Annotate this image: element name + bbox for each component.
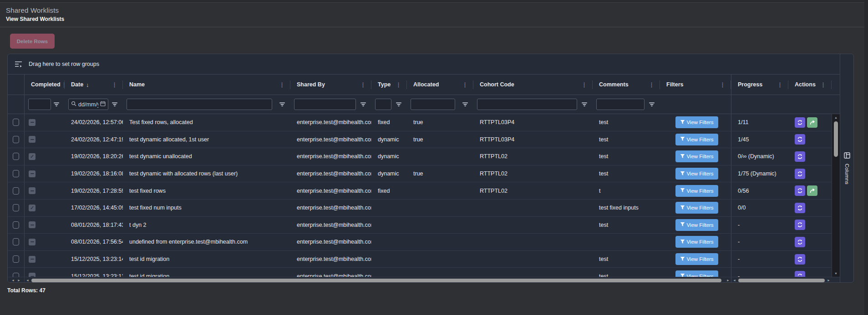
share-action-button[interactable] [807,185,817,196]
refresh-action-button[interactable] [795,203,805,213]
view-filters-button[interactable]: View Filters [675,202,718,214]
row-select-checkbox[interactable] [13,221,19,229]
column-header-cohort_code[interactable]: Cohort Code⋮ [473,75,593,95]
cohort_code-filter-input[interactable] [477,99,577,110]
scroll-down-icon[interactable]: ▼ [832,272,840,275]
view-filters-button[interactable]: View Filters [675,185,718,197]
vertical-scrollbar[interactable]: ▲ ▼ [832,114,840,277]
allocated-filter-button[interactable] [462,102,468,107]
column-menu-icon[interactable]: ⋮ [278,81,286,88]
column-menu-icon[interactable]: ⋮ [776,81,784,88]
column-header-shared_by[interactable]: Shared By⋮ [290,75,371,95]
horizontal-scrollbar[interactable]: ◄ ► ◄ ► ◄ ► [8,277,840,283]
filter-funnel-icon [680,154,685,160]
pinned-right-hscroll[interactable]: ◄ ► [731,277,832,283]
row-group-drop-zone[interactable]: Drag here to set row groups [8,54,840,75]
scroll-left-icon[interactable]: ◄ [25,279,30,282]
calendar-icon[interactable] [100,101,106,108]
refresh-action-button[interactable] [795,134,805,145]
column-header-name[interactable]: Name⋮ [123,75,290,95]
cohort_code-filter-button[interactable] [581,102,588,107]
column-menu-icon[interactable]: ⋮ [395,81,402,88]
scroll-right-icon[interactable]: ► [16,279,22,282]
row-select-checkbox[interactable] [13,153,19,160]
center-hscroll[interactable]: ◄ ► [25,277,731,283]
row-select-checkbox[interactable] [13,204,19,211]
refresh-action-button[interactable] [795,151,805,162]
cell-comments [593,234,660,250]
scroll-up-icon[interactable]: ▲ [832,116,840,119]
type-filter-input[interactable] [375,99,391,110]
column-header-progress[interactable]: Progress⋮ [731,75,788,95]
comments-filter-input[interactable] [596,99,645,110]
completed-filter-button[interactable] [53,102,60,107]
view-filters-button[interactable]: View Filters [675,236,718,248]
column-header-allocated[interactable]: Allocated⋮ [407,75,473,95]
page-scrollbar[interactable] [864,0,868,315]
row-select-checkbox[interactable] [13,136,19,143]
completed-filter-input[interactable] [28,99,51,110]
hscroll-track[interactable] [30,277,725,283]
share-action-button[interactable] [807,117,817,128]
view-filters-button[interactable]: View Filters [675,168,718,180]
row-select-checkbox[interactable] [13,187,19,195]
column-header-type[interactable]: Type⋮ [371,75,407,95]
allocated-filter-input[interactable] [411,99,455,110]
pinned-left-hscroll[interactable]: ◄ ► [8,277,25,283]
cell-cohort_code [473,268,593,277]
column-header-completed[interactable]: Completed⋮ [25,75,65,95]
cell-name: Test fixed rows, allocated [123,114,290,131]
column-menu-icon[interactable]: ⋮ [819,81,827,88]
column-menu-icon[interactable]: ⋮ [111,81,118,88]
cell-comments: test [593,217,660,234]
view-filters-button[interactable]: View Filters [675,253,718,265]
column-menu-icon[interactable]: ⋮ [719,81,726,88]
shared_by-filter-button[interactable] [360,102,366,107]
column-header-date[interactable]: Date↓⋮ [65,75,123,95]
view-filters-button[interactable]: View Filters [675,219,718,231]
horizontal-scrollbar-thumb[interactable] [738,279,825,282]
refresh-action-button[interactable] [795,254,805,265]
column-menu-icon[interactable]: ⋮ [359,81,367,88]
horizontal-scrollbar-thumb[interactable] [31,279,721,282]
refresh-action-button[interactable] [795,117,805,128]
row-select-checkbox[interactable] [13,238,19,245]
refresh-action-button[interactable] [795,237,805,247]
dash-glyph [30,259,34,260]
type-filter-button[interactable] [396,102,402,107]
scroll-left-icon[interactable]: ◄ [10,279,16,282]
delete-rows-button[interactable]: Delete Rows [10,34,55,49]
cell-date: 17/02/2026, 14:45:09 [65,200,123,216]
name-filter-input[interactable] [127,99,272,110]
row-select-checkbox[interactable] [13,273,19,277]
scroll-left-icon[interactable]: ◄ [731,279,737,282]
refresh-action-button[interactable] [795,220,805,230]
view-filters-button[interactable]: View Filters [675,116,718,128]
column-menu-icon[interactable]: ⋮ [648,81,655,88]
shared_by-filter-input[interactable] [294,99,356,110]
view-filters-label: View Filters [686,137,713,142]
hscroll-track[interactable] [737,277,826,283]
column-menu-icon[interactable]: ⋮ [580,81,588,88]
comments-filter-button[interactable] [649,102,655,107]
view-filters-button[interactable]: View Filters [675,150,718,162]
columns-panel-tab[interactable]: Columns [844,152,850,184]
date-filter-button[interactable] [112,102,118,107]
column-header-filters[interactable]: Filters⋮ [660,75,731,95]
name-filter-button[interactable] [279,102,285,107]
column-menu-icon[interactable]: ⋮ [461,81,469,88]
column-header-actions[interactable]: Actions⋮ [788,75,832,95]
refresh-action-button[interactable] [795,185,805,196]
scroll-right-icon[interactable]: ► [725,279,731,282]
scroll-right-icon[interactable]: ► [826,279,832,282]
view-filters-button[interactable]: View Filters [675,134,718,145]
refresh-action-button[interactable] [795,271,805,277]
row-select-checkbox[interactable] [13,119,19,126]
row-select-checkbox[interactable] [13,255,19,263]
date-filter-input[interactable]: dd/mm/yyy [68,99,108,110]
refresh-action-button[interactable] [795,169,805,179]
view-filters-button[interactable]: View Filters [675,270,718,277]
vertical-scrollbar-thumb[interactable] [834,121,838,157]
column-header-comments[interactable]: Comments⋮ [593,75,660,95]
row-select-checkbox[interactable] [13,170,19,177]
